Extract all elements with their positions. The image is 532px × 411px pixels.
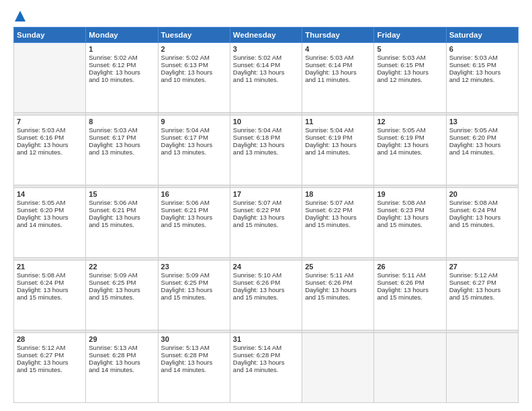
day-number: 13 [449, 118, 515, 126]
day-info-line: Daylight: 13 hours [233, 214, 299, 221]
calendar-cell: 24Sunrise: 5:10 AMSunset: 6:26 PMDayligh… [230, 261, 302, 330]
day-info-line: and 15 minutes. [17, 366, 83, 373]
calendar-header-thursday: Thursday [302, 28, 374, 43]
day-info-line: Sunset: 6:26 PM [233, 279, 299, 286]
day-info-line: and 14 minutes. [449, 148, 515, 156]
logo-icon [15, 11, 26, 21]
day-info-line: Daylight: 13 hours [449, 68, 515, 76]
day-info-line: Daylight: 13 hours [233, 359, 299, 366]
day-number: 26 [377, 263, 443, 271]
day-info-line: Sunset: 6:19 PM [305, 134, 371, 141]
day-info-line: Daylight: 13 hours [89, 68, 154, 76]
day-info-line: Sunrise: 5:08 AM [449, 199, 515, 206]
day-number: 30 [161, 335, 227, 343]
day-info-line: Sunrise: 5:03 AM [89, 126, 154, 134]
calendar-header-row: SundayMondayTuesdayWednesdayThursdayFrid… [14, 28, 519, 43]
day-info-line: Sunrise: 5:05 AM [377, 126, 443, 134]
day-info-line: Daylight: 13 hours [377, 141, 443, 148]
day-info-line: Sunrise: 5:04 AM [161, 126, 227, 134]
calendar-header-monday: Monday [86, 28, 158, 43]
day-info-line: and 15 minutes. [233, 293, 299, 301]
calendar-cell: 26Sunrise: 5:11 AMSunset: 6:26 PMDayligh… [374, 261, 446, 330]
calendar-cell: 18Sunrise: 5:07 AMSunset: 6:22 PMDayligh… [302, 188, 374, 258]
day-info-line: Daylight: 13 hours [449, 286, 515, 293]
day-number: 1 [89, 45, 154, 53]
day-number: 18 [305, 190, 371, 198]
day-info-line: Sunset: 6:25 PM [161, 279, 227, 286]
day-info-line: Sunset: 6:22 PM [233, 206, 299, 214]
day-number: 9 [161, 118, 227, 126]
day-info-line: and 14 minutes. [161, 366, 227, 373]
calendar-cell: 5Sunrise: 5:03 AMSunset: 6:15 PMDaylight… [374, 43, 446, 113]
calendar-week-5: 28Sunrise: 5:12 AMSunset: 6:27 PMDayligh… [14, 333, 519, 403]
day-info-line: Daylight: 13 hours [377, 214, 443, 221]
day-number: 6 [449, 45, 515, 53]
calendar-cell: 29Sunrise: 5:13 AMSunset: 6:28 PMDayligh… [86, 333, 158, 403]
day-info-line: Daylight: 13 hours [161, 141, 227, 148]
day-info-line: and 13 minutes. [233, 148, 299, 156]
calendar-cell: 14Sunrise: 5:05 AMSunset: 6:20 PMDayligh… [14, 188, 86, 258]
calendar-cell: 6Sunrise: 5:03 AMSunset: 6:15 PMDaylight… [446, 43, 518, 113]
day-info-line: and 14 minutes. [377, 148, 443, 156]
logo [13, 11, 26, 21]
calendar-header-sunday: Sunday [14, 28, 86, 43]
day-info-line: Sunrise: 5:03 AM [17, 126, 83, 134]
calendar-cell: 20Sunrise: 5:08 AMSunset: 6:24 PMDayligh… [446, 188, 518, 258]
day-info-line: Sunrise: 5:10 AM [233, 271, 299, 279]
page: SundayMondayTuesdayWednesdayThursdayFrid… [0, 0, 532, 411]
calendar-week-2: 7Sunrise: 5:03 AMSunset: 6:16 PMDaylight… [14, 116, 519, 185]
day-info-line: Daylight: 13 hours [17, 214, 83, 221]
day-info-line: Sunset: 6:22 PM [305, 206, 371, 214]
day-info-line: Sunrise: 5:05 AM [17, 199, 83, 206]
calendar-cell: 3Sunrise: 5:02 AMSunset: 6:14 PMDaylight… [230, 43, 302, 113]
day-info-line: Sunrise: 5:09 AM [89, 271, 154, 279]
day-info-line: Daylight: 13 hours [17, 286, 83, 293]
day-info-line: and 15 minutes. [377, 221, 443, 228]
day-number: 24 [233, 263, 299, 271]
day-info-line: and 12 minutes. [377, 76, 443, 83]
day-number: 23 [161, 263, 227, 271]
day-info-line: and 11 minutes. [233, 76, 299, 83]
day-info-line: Sunrise: 5:08 AM [17, 271, 83, 279]
day-info-line: Daylight: 13 hours [377, 286, 443, 293]
day-info-line: Sunrise: 5:06 AM [161, 199, 227, 206]
day-info-line: Sunrise: 5:12 AM [449, 271, 515, 279]
day-info-line: Sunset: 6:19 PM [377, 134, 443, 141]
calendar-cell: 21Sunrise: 5:08 AMSunset: 6:24 PMDayligh… [14, 261, 86, 330]
day-info-line: and 14 minutes. [89, 366, 154, 373]
day-info-line: and 10 minutes. [89, 76, 154, 83]
day-info-line: Sunrise: 5:13 AM [89, 344, 154, 351]
day-info-line: Sunset: 6:12 PM [89, 61, 154, 68]
day-info-line: Daylight: 13 hours [161, 214, 227, 221]
svg-marker-0 [15, 11, 26, 21]
day-info-line: Sunrise: 5:07 AM [233, 199, 299, 206]
day-info-line: and 15 minutes. [305, 221, 371, 228]
day-number: 15 [89, 190, 154, 198]
calendar-week-3: 14Sunrise: 5:05 AMSunset: 6:20 PMDayligh… [14, 188, 519, 258]
calendar-cell: 15Sunrise: 5:06 AMSunset: 6:21 PMDayligh… [86, 188, 158, 258]
day-info-line: Sunrise: 5:14 AM [233, 344, 299, 351]
day-number: 25 [305, 263, 371, 271]
day-info-line: Sunrise: 5:07 AM [305, 199, 371, 206]
day-number: 29 [89, 335, 154, 343]
day-info-line: Sunset: 6:20 PM [449, 134, 515, 141]
day-info-line: Daylight: 13 hours [89, 214, 154, 221]
day-info-line: Daylight: 13 hours [305, 68, 371, 76]
calendar-cell: 27Sunrise: 5:12 AMSunset: 6:27 PMDayligh… [446, 261, 518, 330]
day-info-line: and 14 minutes. [17, 221, 83, 228]
calendar-header-friday: Friday [374, 28, 446, 43]
day-info-line: Sunset: 6:15 PM [377, 61, 443, 68]
day-info-line: and 14 minutes. [233, 366, 299, 373]
day-info-line: Daylight: 13 hours [89, 359, 154, 366]
day-info-line: Daylight: 13 hours [233, 286, 299, 293]
calendar-cell: 23Sunrise: 5:09 AMSunset: 6:25 PMDayligh… [158, 261, 230, 330]
day-number: 3 [233, 45, 299, 53]
day-info-line: Sunrise: 5:11 AM [377, 271, 443, 279]
day-info-line: Sunset: 6:15 PM [449, 61, 515, 68]
day-info-line: Sunset: 6:28 PM [233, 351, 299, 359]
day-info-line: Sunset: 6:21 PM [89, 206, 154, 214]
day-info-line: and 14 minutes. [305, 148, 371, 156]
day-number: 17 [233, 190, 299, 198]
calendar-cell [446, 333, 518, 403]
day-number: 31 [233, 335, 299, 343]
